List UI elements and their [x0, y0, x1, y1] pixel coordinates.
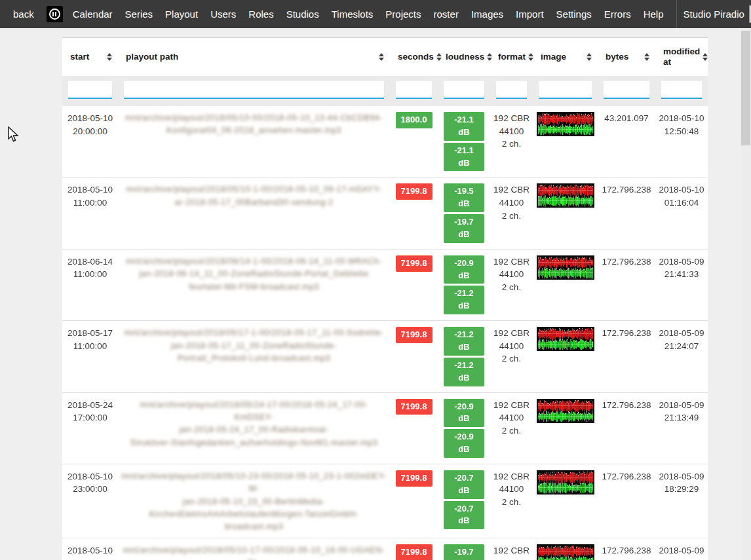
nav-item-images[interactable]: Images [471, 9, 503, 20]
waveform-image[interactable] [537, 183, 594, 208]
column-header-start[interactable]: start [62, 38, 118, 76]
column-header-modified_at[interactable]: modified at [655, 38, 708, 76]
loudness-badge: -19.5 dB [444, 183, 484, 212]
filter-cell-start [62, 76, 118, 106]
seconds-badge: 1800.0 [396, 112, 433, 128]
cell-format: 192 CBR441002 ch. [490, 177, 533, 248]
filter-cell-bytes [598, 76, 655, 106]
waveform-image[interactable] [537, 327, 594, 351]
table-row: 2018-05-1023:00:00mnt/archive/playout/20… [62, 464, 708, 538]
column-header-format[interactable]: format [490, 38, 533, 76]
cell-bytes: 43.201.097 [598, 106, 655, 177]
cell-playout-path: mnt/archive/playout/2018/05/10-17-00/201… [118, 538, 390, 560]
redacted-path-text: mnt/archive/playout/2018/05/10-17-00/201… [121, 544, 387, 560]
cell-bytes: 172.796.238 [598, 250, 655, 320]
column-header-bytes[interactable]: bytes [598, 38, 655, 76]
nav-item-errors[interactable]: Errors [604, 9, 631, 20]
waveform-image[interactable] [537, 112, 594, 136]
loudness-badge: -19.7 dB [444, 214, 484, 243]
cell-start: 2018-05-1023:00:00 [62, 464, 118, 538]
nav-item-studios[interactable]: Studios [286, 9, 319, 20]
redacted-path-text: mnt/archive/playout/2018/05/24-17-00/201… [121, 399, 387, 450]
column-header-seconds[interactable]: seconds [390, 38, 438, 76]
cell-format: 192 CBR441002 ch. [490, 250, 533, 320]
nav-item-playout[interactable]: Playout [165, 9, 198, 20]
column-header-label: playout path [126, 52, 178, 62]
waveform-image[interactable] [537, 470, 594, 495]
cell-loudness: -20.9 dB-20.9 dB [438, 393, 490, 464]
sort-icon[interactable] [379, 53, 384, 61]
filter-cell-loudness [438, 76, 490, 106]
nav-item-import[interactable]: Import [516, 9, 544, 20]
nav-item-calendar[interactable]: Calendar [73, 9, 113, 20]
filter-input-start[interactable] [68, 81, 112, 99]
loudness-badge: -21.2 dB [444, 358, 484, 386]
waveform-image[interactable] [537, 544, 594, 560]
filter-input-loudness[interactable] [444, 81, 484, 99]
nav-item-projects[interactable]: Projects [385, 9, 421, 20]
column-header-loudness[interactable]: loudness [438, 38, 490, 76]
redacted-path-text: mnt/archive/playout/2018/05/10-00/2018-0… [121, 112, 387, 138]
loudness-badge: -21.2 dB [444, 286, 484, 314]
sort-icon[interactable] [107, 53, 112, 61]
loudness-badge: -21.1 dB [444, 112, 484, 141]
redacted-path-text: mnt/archive/playout/2018/06/14-1-00/2018… [121, 255, 387, 293]
nav-item-help[interactable]: Help [644, 9, 664, 20]
loudness-badge: -20.7 dB [444, 470, 484, 499]
table-row: 2018-06-1411:00:00mnt/archive/playout/20… [62, 250, 708, 321]
cell-image [533, 464, 598, 538]
cell-playout-path: mnt/archive/playout/2018/05/17-1-00/2018… [118, 321, 390, 392]
filter-input-playout_path[interactable] [124, 81, 384, 99]
cell-start: 2018-06-1411:00:00 [62, 250, 118, 320]
filter-input-modified_at[interactable] [661, 81, 702, 99]
nav-item-series[interactable]: Series [125, 9, 153, 20]
mouse-cursor-icon [7, 126, 21, 143]
nav-item-settings[interactable]: Settings [556, 9, 592, 20]
loudness-badge: -20.9 dB [444, 255, 484, 284]
seconds-badge: 7199.8 [396, 327, 433, 343]
table-row: 2018-05-2417:00:00mnt/archive/playout/20… [62, 393, 708, 464]
back-button[interactable]: back [13, 9, 34, 20]
cell-format: 192 CBR441002 ch. [490, 321, 533, 392]
cell-seconds: 7199.8 [390, 464, 438, 538]
waveform-image[interactable] [537, 399, 594, 423]
playout-files-table: startplayout pathsecondsloudnessformatim… [62, 37, 708, 560]
cell-modified-at: 2018-05-0918:29:29 [655, 464, 708, 538]
cell-modified-at: 2018-05-0921:13:49 [655, 393, 708, 464]
sort-icon[interactable] [587, 53, 592, 61]
cell-loudness: -21.2 dB-21.2 dB [438, 321, 490, 392]
seconds-badge: 7199.8 [396, 399, 433, 415]
table-filter-row [62, 76, 708, 106]
filter-input-image[interactable] [539, 81, 592, 99]
studio-select[interactable]: Studio Piradio [676, 0, 751, 28]
cell-modified-at: 2018-05-0916:21:05 [655, 538, 708, 560]
waveform-image[interactable] [537, 255, 594, 280]
cell-format: 192 CBR441002 ch. [490, 538, 533, 560]
filter-input-bytes[interactable] [604, 81, 649, 99]
column-header-label: image [541, 52, 566, 62]
filter-input-format[interactable] [496, 81, 527, 99]
nav-item-timeslots[interactable]: Timeslots [332, 9, 374, 20]
nav-item-users[interactable]: Users [210, 9, 236, 20]
cell-bytes: 172.796.238 [598, 538, 655, 560]
column-header-label: start [70, 52, 89, 62]
nav-item-roster[interactable]: roster [434, 9, 459, 20]
filter-input-seconds[interactable] [396, 81, 432, 99]
nav-item-roles[interactable]: Roles [248, 9, 273, 20]
cell-image [533, 106, 598, 177]
cell-modified-at: 2018-05-1012:50:48 [655, 106, 708, 177]
cell-playout-path: mnt/archive/playout/2018/06/14-1-00/2018… [118, 250, 390, 320]
filter-cell-playout_path [118, 76, 390, 106]
column-header-label: modified at [663, 47, 700, 67]
column-header-image[interactable]: image [533, 38, 598, 76]
redacted-path-text: mnt/archive/playout/2018/05/10-23-00/201… [121, 470, 387, 534]
top-nav: back CalendarSeriesPlayoutUsersRolesStud… [0, 0, 751, 28]
scrollbar-thumb[interactable] [741, 31, 750, 145]
vertical-scrollbar[interactable] [741, 28, 751, 560]
sort-icon[interactable] [644, 53, 649, 61]
cell-image [533, 321, 598, 392]
cell-start: 2018-05-1017:00:00 [62, 538, 118, 560]
cell-image [533, 393, 598, 464]
column-header-playout_path[interactable]: playout path [118, 38, 390, 76]
sort-icon[interactable] [703, 53, 708, 61]
